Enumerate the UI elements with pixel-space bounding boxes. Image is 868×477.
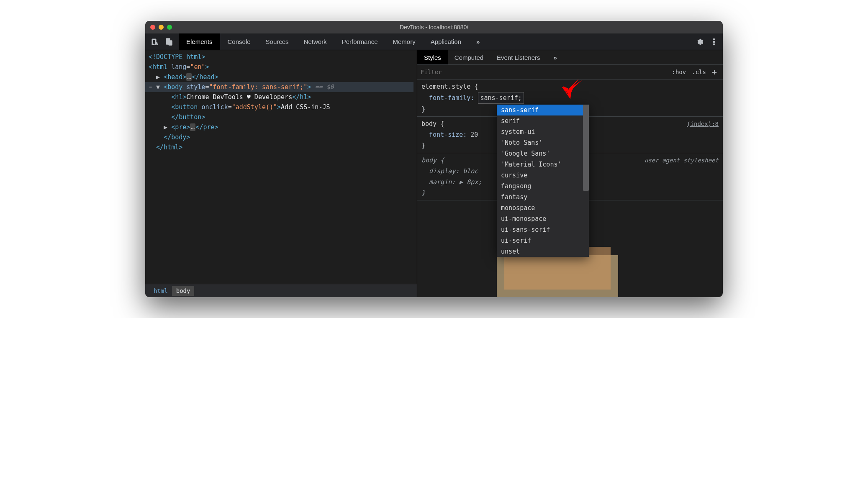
autocomplete-option[interactable]: fangsong bbox=[497, 181, 589, 192]
doctype[interactable]: <!DOCTYPE html> bbox=[149, 53, 205, 61]
autocomplete-option[interactable]: ui-serif bbox=[497, 235, 589, 246]
titlebar: DevTools - localhost:8080/ bbox=[145, 21, 723, 33]
devtools-window: DevTools - localhost:8080/ Elements Cons… bbox=[145, 21, 723, 297]
panel-tabs: Elements Console Sources Network Perform… bbox=[179, 33, 487, 50]
dropdown-scrollbar[interactable] bbox=[583, 105, 589, 257]
main-split: <!DOCTYPE html> <html lang="en"> ▶ <head… bbox=[145, 50, 723, 297]
ua-label: user agent stylesheet bbox=[645, 155, 719, 166]
breadcrumb: html body bbox=[145, 284, 417, 297]
tab-network[interactable]: Network bbox=[296, 33, 334, 50]
dom-tree[interactable]: <!DOCTYPE html> <html lang="en"> ▶ <head… bbox=[145, 50, 417, 284]
svg-point-2 bbox=[713, 38, 715, 40]
autocomplete-option[interactable]: ui-sans-serif bbox=[497, 224, 589, 235]
styles-tabs-overflow-icon[interactable]: » bbox=[547, 50, 563, 64]
styles-filter-row: :hov .cls + bbox=[417, 65, 723, 80]
autocomplete-option[interactable]: serif bbox=[497, 115, 589, 126]
svg-point-4 bbox=[713, 44, 715, 45]
tab-memory[interactable]: Memory bbox=[385, 33, 423, 50]
main-toolbar: Elements Console Sources Network Perform… bbox=[145, 33, 723, 50]
autocomplete-option[interactable]: unset bbox=[497, 246, 589, 257]
inspect-icon[interactable] bbox=[151, 38, 159, 46]
tab-sources[interactable]: Sources bbox=[258, 33, 296, 50]
styles-tabs: Styles Computed Event Listeners » bbox=[417, 50, 723, 65]
maximize-icon[interactable] bbox=[167, 25, 172, 30]
autocomplete-option[interactable]: sans-serif bbox=[497, 105, 589, 115]
window-title: DevTools - localhost:8080/ bbox=[145, 24, 723, 31]
minimize-icon[interactable] bbox=[159, 25, 164, 30]
autocomplete-option[interactable]: 'Noto Sans' bbox=[497, 137, 589, 148]
styles-filter-input[interactable] bbox=[421, 69, 670, 75]
stab-computed[interactable]: Computed bbox=[448, 50, 490, 64]
tab-elements[interactable]: Elements bbox=[179, 33, 220, 50]
font-family-value-input[interactable]: sans-serif; bbox=[478, 92, 524, 104]
tab-application[interactable]: Application bbox=[423, 33, 469, 50]
svg-rect-1 bbox=[169, 41, 172, 45]
selected-node[interactable]: ⋯ ▼ <body style="font-family: sans-serif… bbox=[145, 82, 413, 92]
kebab-menu-icon[interactable] bbox=[713, 38, 715, 46]
breadcrumb-html[interactable]: html bbox=[149, 286, 172, 296]
autocomplete-dropdown[interactable]: sans-serif serif system-ui 'Noto Sans' '… bbox=[497, 105, 589, 257]
autocomplete-option[interactable]: system-ui bbox=[497, 126, 589, 137]
stab-styles[interactable]: Styles bbox=[417, 50, 448, 64]
traffic-lights bbox=[150, 25, 172, 30]
head-tag[interactable]: head bbox=[167, 73, 182, 81]
breadcrumb-body[interactable]: body bbox=[172, 286, 195, 296]
autocomplete-option[interactable]: ui-monospace bbox=[497, 213, 589, 224]
autocomplete-option[interactable]: cursive bbox=[497, 170, 589, 181]
autocomplete-option[interactable]: 'Google Sans' bbox=[497, 148, 589, 159]
autocomplete-option[interactable]: monospace bbox=[497, 203, 589, 213]
svg-point-3 bbox=[713, 41, 715, 43]
html-tag[interactable]: html bbox=[152, 63, 167, 71]
elements-panel: <!DOCTYPE html> <html lang="en"> ▶ <head… bbox=[145, 50, 417, 297]
source-link[interactable]: (index):8 bbox=[687, 118, 719, 129]
autocomplete-option[interactable]: 'Material Icons' bbox=[497, 159, 589, 170]
autocomplete-option[interactable]: fantasy bbox=[497, 192, 589, 203]
hov-toggle[interactable]: :hov bbox=[670, 68, 689, 76]
body-tag[interactable]: body bbox=[167, 83, 182, 91]
attr-lang: lang bbox=[171, 63, 186, 71]
style-rules: element.style { font-family: sans-serif;… bbox=[417, 80, 723, 297]
gear-icon[interactable] bbox=[696, 38, 704, 46]
stab-event-listeners[interactable]: Event Listeners bbox=[490, 50, 547, 64]
tabs-overflow-icon[interactable]: » bbox=[469, 33, 487, 50]
styles-panel: Styles Computed Event Listeners » :hov .… bbox=[417, 50, 723, 297]
device-toggle-icon[interactable] bbox=[165, 38, 173, 46]
new-style-rule-icon[interactable]: + bbox=[709, 66, 719, 78]
tab-console[interactable]: Console bbox=[220, 33, 258, 50]
close-icon[interactable] bbox=[150, 25, 155, 30]
cls-toggle[interactable]: .cls bbox=[689, 68, 709, 76]
tab-performance[interactable]: Performance bbox=[334, 33, 385, 50]
